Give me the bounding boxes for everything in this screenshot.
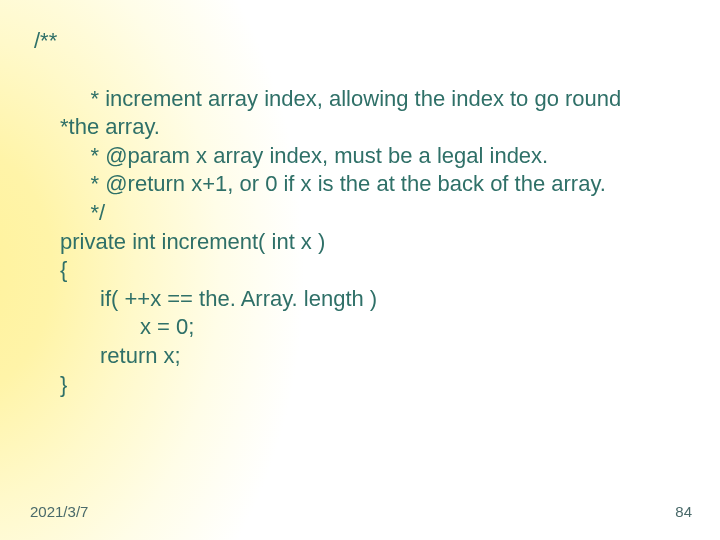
code-line: * @param x array index, must be a legal …: [60, 143, 548, 168]
code-line: *the array.: [60, 114, 160, 139]
code-line: */: [60, 200, 105, 225]
code-line: return x;: [100, 343, 181, 368]
code-line: private int increment( int x ): [60, 229, 325, 254]
code-line: x = 0;: [140, 314, 194, 339]
code-line: {: [60, 257, 67, 282]
slide: /** * increment array index, allowing th…: [0, 0, 720, 540]
code-block: * increment array index, allowing the in…: [60, 56, 680, 428]
code-line: * increment array index, allowing the in…: [60, 86, 621, 111]
code-line: if( ++x == the. Array. length ): [100, 286, 377, 311]
comment-open: /**: [34, 28, 57, 54]
footer-date: 2021/3/7: [30, 503, 88, 520]
code-line: * @return x+1, or 0 if x is the at the b…: [60, 171, 606, 196]
code-line: }: [60, 372, 67, 397]
footer-page-number: 84: [675, 503, 692, 520]
